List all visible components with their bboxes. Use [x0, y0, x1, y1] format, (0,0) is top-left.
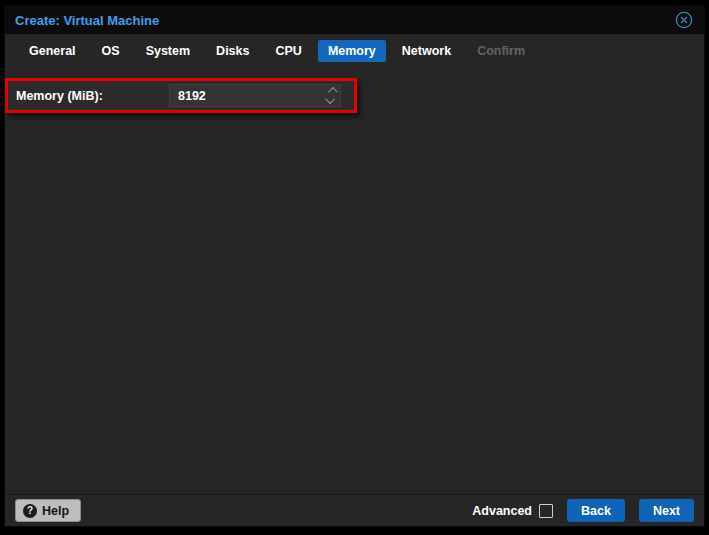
tab-system[interactable]: System [136, 40, 200, 62]
dialog-footer: ? Help Advanced Back Next [5, 494, 704, 526]
next-button[interactable]: Next [639, 499, 694, 522]
close-icon[interactable] [674, 10, 694, 30]
tab-cpu[interactable]: CPU [265, 40, 311, 62]
memory-field-label: Memory (MiB): [16, 89, 169, 103]
help-button-label: Help [42, 504, 69, 518]
advanced-label: Advanced [472, 504, 532, 518]
memory-field-row-annotation: Memory (MiB): [5, 78, 357, 113]
memory-spinner-field[interactable] [169, 84, 341, 107]
tab-network[interactable]: Network [392, 40, 461, 62]
back-button[interactable]: Back [567, 499, 625, 522]
tab-general[interactable]: General [19, 40, 86, 62]
create-vm-dialog: Create: Virtual Machine General OS Syste… [4, 5, 705, 527]
spinner-arrows[interactable] [322, 87, 340, 104]
tab-disks[interactable]: Disks [206, 40, 259, 62]
help-button[interactable]: ? Help [15, 499, 81, 522]
dialog-title: Create: Virtual Machine [15, 13, 674, 28]
tab-os[interactable]: OS [92, 40, 130, 62]
dialog-titlebar: Create: Virtual Machine [5, 6, 704, 34]
wizard-tabbar: General OS System Disks CPU Memory Netwo… [5, 34, 704, 68]
help-question-icon: ? [23, 504, 37, 518]
wizard-panel-body: Memory (MiB): [5, 68, 704, 494]
tab-memory[interactable]: Memory [318, 40, 386, 62]
memory-input[interactable] [170, 89, 322, 103]
tab-confirm: Confirm [467, 40, 535, 62]
advanced-checkbox[interactable] [539, 504, 553, 518]
